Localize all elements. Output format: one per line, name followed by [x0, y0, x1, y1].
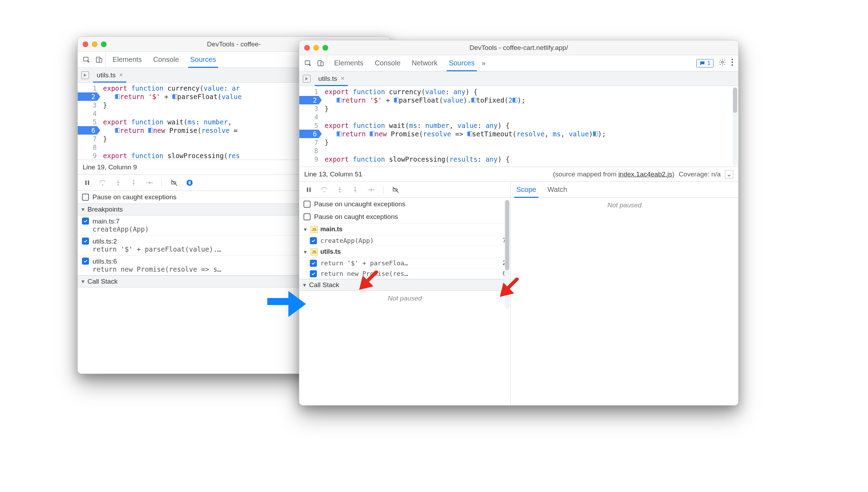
line-number[interactable]: 2: [299, 96, 322, 104]
line-number[interactable]: 4: [299, 113, 322, 121]
minimize-icon[interactable]: [92, 41, 97, 47]
step-over-icon[interactable]: [98, 178, 107, 187]
breakpoint-item[interactable]: return new Promise(resolve…6: [299, 268, 510, 279]
checkbox-icon[interactable]: [82, 194, 89, 201]
callstack-section[interactable]: ▼ Call Stack: [299, 279, 510, 291]
source-map-link[interactable]: index.1ac4eab2.js: [618, 170, 672, 178]
tab-elements[interactable]: Elements: [333, 55, 364, 71]
line-number[interactable]: 6: [299, 130, 322, 138]
checkbox-icon[interactable]: [82, 218, 89, 225]
column-marker-icon[interactable]: [370, 131, 375, 136]
checkbox-icon[interactable]: [310, 260, 317, 267]
column-marker-icon[interactable]: [467, 131, 472, 136]
tab-network[interactable]: Network: [411, 55, 438, 71]
tab-elements[interactable]: Elements: [112, 52, 142, 67]
scrollbar[interactable]: [733, 87, 738, 166]
line-number[interactable]: 7: [78, 135, 100, 143]
column-marker-icon[interactable]: [337, 98, 342, 103]
column-marker-icon[interactable]: [115, 128, 120, 133]
device-toggle-icon[interactable]: [317, 59, 325, 67]
maximize-icon[interactable]: [101, 41, 107, 47]
column-marker-icon[interactable]: [471, 98, 476, 103]
nav-pane-toggle-icon[interactable]: [303, 75, 311, 83]
code-line[interactable]: 6 return new Promise(resolve => setTimeo…: [299, 130, 732, 138]
gear-icon[interactable]: [719, 58, 726, 68]
line-number[interactable]: 8: [78, 143, 100, 151]
line-number[interactable]: 8: [299, 147, 322, 155]
nav-pane-toggle-icon[interactable]: [81, 71, 89, 79]
checkbox-icon[interactable]: [310, 270, 317, 277]
step-out-icon[interactable]: [351, 185, 360, 194]
column-marker-icon[interactable]: [115, 94, 120, 99]
close-icon[interactable]: ×: [119, 71, 123, 79]
column-marker-icon[interactable]: [172, 94, 177, 99]
tab-scope[interactable]: Scope: [516, 182, 537, 198]
pause-on-exceptions-icon[interactable]: [185, 178, 194, 187]
tab-sources[interactable]: Sources: [190, 52, 217, 67]
breakpoint-file-group[interactable]: ▼JSmain.ts: [299, 224, 510, 235]
line-number[interactable]: 6: [78, 126, 100, 135]
line-number[interactable]: 9: [299, 155, 322, 163]
kebab-icon[interactable]: [731, 58, 733, 68]
step-over-icon[interactable]: [320, 185, 329, 194]
step-icon[interactable]: [366, 185, 375, 194]
breakpoint-item[interactable]: return '$' + parseFloat(va…2: [299, 258, 510, 268]
tab-console[interactable]: Console: [152, 52, 179, 67]
checkbox-icon[interactable]: [304, 213, 311, 220]
tab-watch[interactable]: Watch: [547, 182, 568, 198]
file-tab[interactable]: utils.ts ×: [93, 68, 126, 82]
column-marker-icon[interactable]: [337, 131, 342, 136]
line-number[interactable]: 3: [299, 104, 322, 113]
deactivate-breakpoints-icon[interactable]: [391, 185, 400, 194]
file-tab[interactable]: utils.ts ×: [315, 71, 348, 86]
code-line[interactable]: 7}: [299, 138, 732, 147]
checkbox-icon[interactable]: [310, 237, 317, 244]
step-out-icon[interactable]: [129, 178, 138, 187]
step-icon[interactable]: [145, 178, 154, 187]
checkbox-icon[interactable]: [82, 258, 89, 265]
close-icon[interactable]: [83, 41, 88, 47]
line-number[interactable]: 3: [78, 101, 100, 109]
chevron-down-icon[interactable]: ⌄: [725, 170, 733, 179]
line-number[interactable]: 2: [78, 92, 100, 101]
issues-badge[interactable]: 1: [696, 59, 714, 67]
line-number[interactable]: 1: [299, 88, 322, 96]
close-icon[interactable]: ×: [341, 75, 345, 82]
code-editor[interactable]: 1export function currency(value: any) {2…: [299, 86, 738, 167]
line-number[interactable]: 9: [78, 151, 100, 160]
pause-icon[interactable]: [304, 185, 313, 194]
maximize-icon[interactable]: [323, 45, 328, 51]
minimize-icon[interactable]: [313, 45, 319, 51]
code-line[interactable]: 1export function currency(value: any) {: [299, 88, 732, 96]
column-marker-icon[interactable]: [593, 131, 598, 136]
breakpoint-item[interactable]: createApp(App)7: [299, 235, 510, 246]
code-line[interactable]: 5export function wait(ms: number, value:…: [299, 121, 732, 130]
inspect-icon[interactable]: [83, 56, 90, 64]
code-line[interactable]: 3}: [299, 104, 732, 113]
line-number[interactable]: 5: [299, 121, 322, 130]
line-number[interactable]: 5: [78, 118, 100, 126]
deactivate-breakpoints-icon[interactable]: [170, 178, 179, 187]
pause-uncaught-checkbox[interactable]: Pause on uncaught exceptions: [299, 198, 510, 211]
column-marker-icon[interactable]: [512, 98, 517, 103]
tab-console[interactable]: Console: [374, 55, 401, 71]
code-line[interactable]: 4: [299, 113, 732, 121]
inspect-icon[interactable]: [304, 59, 312, 67]
device-toggle-icon[interactable]: [95, 56, 103, 64]
column-marker-icon[interactable]: [394, 98, 399, 103]
code-line[interactable]: 8: [299, 147, 732, 155]
more-tabs-icon[interactable]: »: [482, 59, 486, 67]
code-line[interactable]: 9export function slowProcessing(results:…: [299, 155, 732, 163]
close-icon[interactable]: [304, 45, 310, 51]
pause-icon[interactable]: [83, 178, 92, 187]
checkbox-icon[interactable]: [82, 238, 89, 245]
line-number[interactable]: 7: [299, 138, 322, 147]
code-line[interactable]: 2 return '$' + parseFloat(value).toFixed…: [299, 96, 732, 104]
tab-sources[interactable]: Sources: [448, 55, 475, 71]
step-into-icon[interactable]: [114, 178, 123, 187]
line-number[interactable]: 1: [78, 84, 100, 92]
step-into-icon[interactable]: [335, 185, 344, 194]
line-number[interactable]: 4: [78, 109, 100, 118]
column-marker-icon[interactable]: [148, 128, 153, 133]
checkbox-icon[interactable]: [304, 201, 311, 208]
